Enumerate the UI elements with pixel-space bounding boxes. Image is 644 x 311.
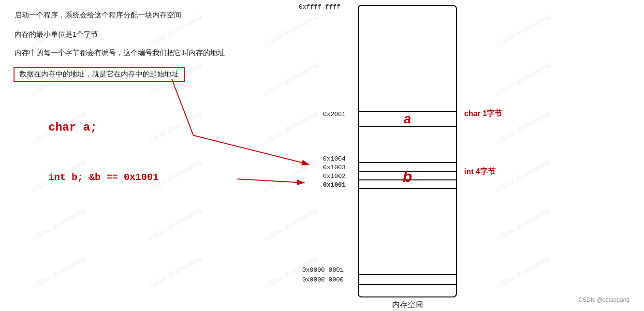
- highlight-box: 数据在内存中的地址，就是它在内存中的起始地址: [14, 67, 185, 82]
- arrow-highlight-to-memory: [172, 79, 309, 164]
- int-code: int b; &b == 0x1001: [48, 172, 159, 183]
- csdn-credit: CSDN @cdtaogang: [578, 295, 629, 304]
- desc-1: 启动一个程序，系统会给这个程序分配一块内存空间: [15, 11, 181, 20]
- memory-label: 内存空间: [358, 300, 457, 310]
- page-container: CSDN @cdtaogang CSDN @cdtaogang CSDN @cd…: [0, 0, 644, 311]
- int-type-label: int 4字节: [464, 167, 496, 177]
- watermark-layer: CSDN @cdtaogang CSDN @cdtaogang CSDN @cd…: [0, 0, 644, 311]
- addr-int1: 0x1001: [323, 180, 346, 189]
- addr-int2: 0x1002: [323, 171, 346, 180]
- addr-top: 0xffff ffff: [299, 2, 340, 11]
- char-type-label: char 1字节: [464, 109, 502, 119]
- arrows-overlay: [0, 0, 644, 311]
- hline-bot-1: [359, 274, 456, 275]
- char-code: char a;: [48, 121, 97, 134]
- desc-3: 内存中的每一个字节都会有编号，这个编号我们把它叫内存的地址: [15, 48, 225, 58]
- addr-int3: 0x1003: [323, 163, 346, 171]
- addr-char: 0x2001: [323, 109, 346, 118]
- hline-int-4: [359, 188, 456, 189]
- addr-bot0: 0x0000 0000: [302, 275, 344, 283]
- var-a-cell: a: [359, 112, 456, 126]
- memory-box: a b: [358, 5, 457, 297]
- arrow-int-to-addr: [237, 179, 305, 183]
- addr-bot1: 0x0000 0001: [302, 265, 344, 274]
- hline-int-1: [359, 162, 456, 163]
- hline-bot-2: [359, 284, 456, 285]
- addr-int4: 0x1004: [323, 154, 346, 163]
- var-b-cell: b: [359, 165, 456, 188]
- desc-2: 内存的最小单位是1个字节: [15, 30, 98, 39]
